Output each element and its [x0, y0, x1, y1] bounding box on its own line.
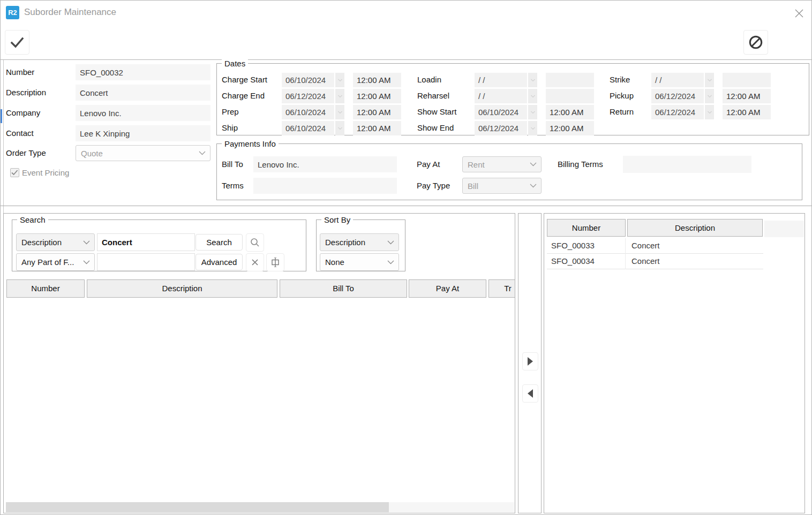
reharsel-label: Reharsel: [417, 91, 449, 100]
cancel-button[interactable]: [743, 30, 768, 55]
linked-row-number: SFO_00034: [547, 254, 626, 269]
show-start-date[interactable]: 06/10/2024: [475, 105, 527, 119]
column-options-button[interactable]: [266, 253, 284, 271]
pay-type-select[interactable]: Bill: [462, 178, 542, 194]
return-date[interactable]: 06/12/2024: [651, 105, 704, 119]
loadin-date[interactable]: / /: [475, 73, 527, 87]
reharsel-date[interactable]: / /: [475, 89, 527, 103]
show-start-label: Show Start: [417, 107, 456, 116]
chevron-down-icon: [530, 162, 537, 166]
charge-start-label: Charge Start: [222, 75, 267, 84]
terms-field[interactable]: [253, 178, 397, 194]
return-date-spinner[interactable]: [705, 105, 714, 119]
charge-start-date-spinner[interactable]: [335, 73, 344, 87]
loadin-time[interactable]: [546, 73, 594, 87]
chevron-down-icon: [387, 240, 394, 245]
sortby-primary-value: Description: [325, 238, 365, 247]
terms-label: Terms: [222, 181, 244, 190]
results-header-bill-to[interactable]: Bill To: [280, 279, 407, 298]
number-field[interactable]: [76, 64, 210, 80]
results-header-description[interactable]: Description: [87, 279, 277, 298]
billing-terms-label: Billing Terms: [558, 160, 603, 169]
company-field[interactable]: [76, 105, 210, 121]
contact-field[interactable]: [76, 125, 210, 141]
search-query-input[interactable]: [97, 233, 195, 251]
magnifier-icon: [250, 238, 260, 247]
results-header-number[interactable]: Number: [6, 279, 85, 298]
linked-row-description: Concert: [627, 254, 763, 269]
close-icon[interactable]: [792, 6, 807, 21]
pickup-time[interactable]: 12:00 AM: [723, 89, 771, 103]
results-hscrollbar-thumb[interactable]: [6, 502, 389, 512]
clear-search-button[interactable]: [246, 253, 264, 271]
checkmark-icon: [10, 36, 25, 49]
reharsel-date-spinner[interactable]: [528, 89, 537, 103]
background-window-sliver: [1, 109, 2, 123]
ok-button[interactable]: [5, 30, 29, 55]
search-scope-select[interactable]: Any Part of F...: [16, 253, 95, 271]
sortby-secondary-value: None: [325, 258, 344, 267]
order-type-select[interactable]: Quote: [76, 145, 210, 161]
search-field-select[interactable]: Description: [16, 233, 95, 251]
strike-date-spinner[interactable]: [705, 73, 714, 87]
linked-header-description[interactable]: Description: [627, 219, 763, 237]
pickup-date[interactable]: 06/12/2024: [651, 89, 704, 103]
charge-end-date-spinner[interactable]: [335, 89, 344, 103]
payments-group-title: Payments Info: [222, 139, 279, 148]
section-divider: [1, 206, 812, 206]
reharsel-time[interactable]: [546, 89, 594, 103]
charge-start-time[interactable]: 12:00 AM: [353, 73, 401, 87]
move-right-button[interactable]: [522, 352, 538, 370]
event-pricing-label: Event Pricing: [22, 168, 69, 177]
charge-end-date[interactable]: 06/12/2024: [282, 89, 334, 103]
suborder-maintenance-window: R2 Suborder Maintenance Number Descripti…: [0, 0, 812, 515]
return-time[interactable]: 12:00 AM: [723, 105, 771, 119]
search-icon-button[interactable]: [246, 233, 264, 252]
linked-orders-panel: Number Description SFO_00033 Concert SFO…: [544, 213, 805, 513]
pickup-date-spinner[interactable]: [705, 89, 714, 103]
triangle-right-icon: [527, 357, 533, 366]
event-pricing-checkbox[interactable]: [10, 168, 19, 177]
ship-date-spinner[interactable]: [335, 121, 344, 135]
description-field[interactable]: [76, 85, 210, 101]
prep-date-spinner[interactable]: [335, 105, 344, 119]
pay-at-select[interactable]: Rent: [462, 156, 542, 172]
ship-date[interactable]: 06/10/2024: [282, 121, 334, 135]
window-title: Suborder Maintenance: [24, 7, 116, 18]
show-end-time[interactable]: 12:00 AM: [546, 121, 594, 135]
search-button[interactable]: Search: [196, 234, 243, 251]
bill-to-field[interactable]: [253, 156, 397, 172]
ship-time[interactable]: 12:00 AM: [353, 121, 401, 135]
linked-row[interactable]: SFO_00034 Concert: [547, 254, 763, 269]
app-logo-r2: R2: [6, 6, 19, 19]
sortby-secondary-select[interactable]: None: [320, 253, 399, 271]
prep-date[interactable]: 06/10/2024: [282, 105, 334, 119]
sortby-group-title: Sort By: [321, 215, 353, 224]
charge-end-time[interactable]: 12:00 AM: [353, 89, 401, 103]
billing-terms-field[interactable]: [623, 156, 751, 173]
advanced-button[interactable]: Advanced: [196, 254, 243, 270]
results-header-tr[interactable]: Tr: [488, 279, 515, 298]
move-left-button[interactable]: [522, 384, 538, 403]
show-end-label: Show End: [417, 123, 454, 132]
results-header-pay-at[interactable]: Pay At: [409, 279, 486, 298]
loadin-date-spinner[interactable]: [528, 73, 537, 87]
linked-row[interactable]: SFO_00033 Concert: [547, 238, 763, 254]
contact-label: Contact: [6, 128, 34, 138]
show-start-time[interactable]: 12:00 AM: [546, 105, 594, 119]
charge-start-date[interactable]: 06/10/2024: [282, 73, 334, 87]
checkmark-icon: [11, 170, 18, 176]
sortby-primary-select[interactable]: Description: [320, 233, 399, 251]
show-start-date-spinner[interactable]: [528, 105, 537, 119]
prep-time[interactable]: 12:00 AM: [353, 105, 401, 119]
order-type-label: Order Type: [6, 148, 46, 157]
show-end-date-spinner[interactable]: [528, 121, 537, 135]
strike-time[interactable]: [723, 73, 771, 87]
search-query2-input[interactable]: [97, 253, 195, 271]
linked-header-number[interactable]: Number: [547, 219, 626, 237]
chevron-down-icon: [199, 151, 206, 155]
chevron-down-icon: [83, 240, 90, 245]
triangle-left-icon: [527, 389, 533, 398]
strike-date[interactable]: / /: [651, 73, 704, 87]
show-end-date[interactable]: 06/12/2024: [475, 121, 527, 135]
